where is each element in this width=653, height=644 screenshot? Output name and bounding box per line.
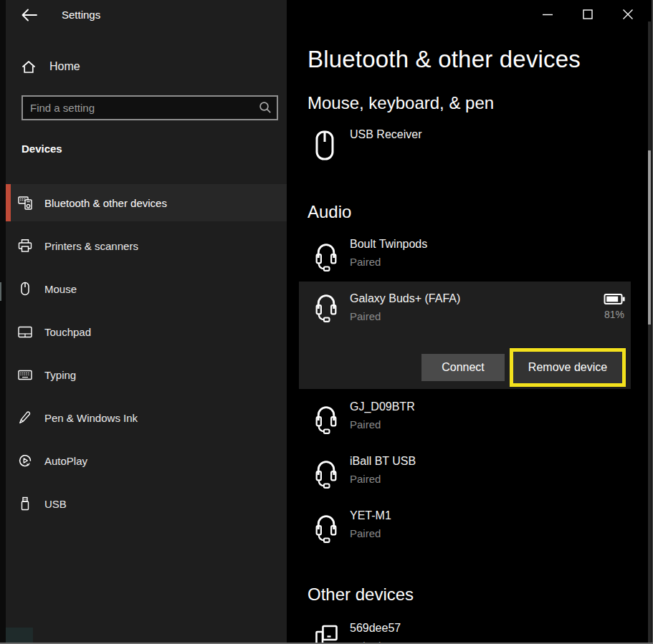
sidebar-item-usb[interactable]: USB bbox=[6, 485, 287, 522]
sidebar-item-label: AutoPlay bbox=[44, 455, 87, 467]
sidebar-item-mouse[interactable]: Mouse bbox=[6, 270, 287, 307]
back-button[interactable] bbox=[19, 6, 40, 24]
maximize-button[interactable] bbox=[574, 5, 601, 24]
sidebar-nav: Bluetooth & other devices Printers & sca… bbox=[6, 184, 287, 528]
highlight-box: Remove device bbox=[510, 348, 626, 387]
device-name: iBall BT USB bbox=[350, 455, 416, 468]
connect-button[interactable]: Connect bbox=[421, 354, 505, 381]
device-name: Boult Twinpods bbox=[350, 238, 427, 251]
pc-icon bbox=[315, 625, 338, 644]
keyboard-icon bbox=[17, 370, 33, 380]
sidebar-item-pen-windows-ink[interactable]: Pen & Windows Ink bbox=[6, 399, 287, 436]
device-status: Paired bbox=[350, 418, 415, 431]
sidebar-item-label: Home bbox=[49, 60, 80, 73]
sidebar-item-label: Bluetooth & other devices bbox=[44, 197, 167, 209]
minimize-button[interactable] bbox=[534, 5, 561, 24]
device-name: 569dee57 bbox=[350, 622, 401, 635]
device-status: Paired bbox=[350, 310, 460, 322]
edge-scroll-notch bbox=[0, 282, 1, 301]
section-heading-other-devices: Other devices bbox=[308, 585, 414, 605]
touchpad-icon bbox=[17, 326, 33, 338]
device-name: Galaxy Buds+ (FAFA) bbox=[350, 292, 460, 305]
sidebar-item-label: USB bbox=[44, 498, 67, 510]
app-title: Settings bbox=[62, 9, 100, 21]
scrollbar-thumb[interactable] bbox=[648, 150, 651, 325]
back-arrow-icon bbox=[21, 8, 38, 22]
sidebar-item-label: Mouse bbox=[44, 283, 77, 295]
main-pane: Bluetooth & other devices Mouse, keyboar… bbox=[287, 0, 653, 644]
sidebar-section-label: Devices bbox=[22, 143, 62, 155]
sidebar-item-home[interactable]: Home bbox=[17, 54, 281, 79]
sidebar-item-label: Typing bbox=[44, 369, 76, 381]
headset-icon bbox=[315, 240, 337, 273]
search-input[interactable] bbox=[22, 95, 278, 120]
devices-icon bbox=[17, 196, 33, 210]
mouse-icon bbox=[17, 282, 33, 296]
search-box bbox=[22, 95, 278, 120]
settings-window: Settings Home Devices Bluetooth & other … bbox=[0, 0, 653, 644]
close-button[interactable] bbox=[614, 5, 642, 24]
device-row-galaxy-buds-selected[interactable]: Galaxy Buds+ (FAFA) Paired 81% Connect R… bbox=[299, 282, 631, 389]
pen-icon bbox=[17, 410, 33, 425]
battery-percentage: 81% bbox=[594, 309, 624, 320]
battery-icon bbox=[604, 292, 625, 307]
device-status: Paired bbox=[350, 256, 427, 268]
autoplay-icon bbox=[17, 453, 33, 468]
sidebar-item-label: Printers & scanners bbox=[44, 240, 138, 252]
taskbar-peek-corner bbox=[6, 628, 33, 644]
headset-icon bbox=[315, 403, 337, 436]
sidebar-item-bluetooth-other-devices[interactable]: Bluetooth & other devices bbox=[6, 184, 287, 221]
headset-icon bbox=[315, 457, 337, 490]
sidebar-item-typing[interactable]: Typing bbox=[6, 356, 287, 393]
headset-icon bbox=[315, 291, 337, 324]
home-icon bbox=[22, 60, 37, 74]
section-heading-mouse-keyboard-pen: Mouse, keyboard, & pen bbox=[308, 93, 494, 113]
device-name: GJ_D09BTR bbox=[350, 400, 415, 413]
device-name: USB Receiver bbox=[350, 128, 421, 141]
usb-icon bbox=[17, 496, 33, 511]
printer-icon bbox=[17, 239, 33, 253]
close-icon bbox=[619, 5, 637, 24]
window-controls bbox=[534, 5, 642, 24]
page-title: Bluetooth & other devices bbox=[308, 46, 581, 73]
section-heading-audio: Audio bbox=[308, 202, 351, 222]
sidebar-item-label: Pen & Windows Ink bbox=[44, 412, 138, 424]
sidebar-item-autoplay[interactable]: AutoPlay bbox=[6, 442, 287, 479]
left-edge-strip bbox=[0, 0, 6, 644]
selected-accent-bar bbox=[6, 184, 11, 221]
sidebar-item-touchpad[interactable]: Touchpad bbox=[6, 313, 287, 350]
headset-icon bbox=[315, 511, 337, 544]
sidebar-item-label: Touchpad bbox=[44, 326, 91, 338]
minimize-icon bbox=[538, 5, 557, 24]
device-status: Paired bbox=[350, 473, 416, 485]
device-name: YET-M1 bbox=[350, 509, 391, 522]
remove-device-button[interactable]: Remove device bbox=[513, 352, 622, 383]
sidebar-item-printers-scanners[interactable]: Printers & scanners bbox=[6, 227, 287, 264]
mouse-icon bbox=[315, 130, 334, 160]
scrollbar-track[interactable] bbox=[648, 21, 651, 643]
device-status: Paired bbox=[350, 527, 391, 539]
maximize-icon bbox=[578, 5, 597, 24]
